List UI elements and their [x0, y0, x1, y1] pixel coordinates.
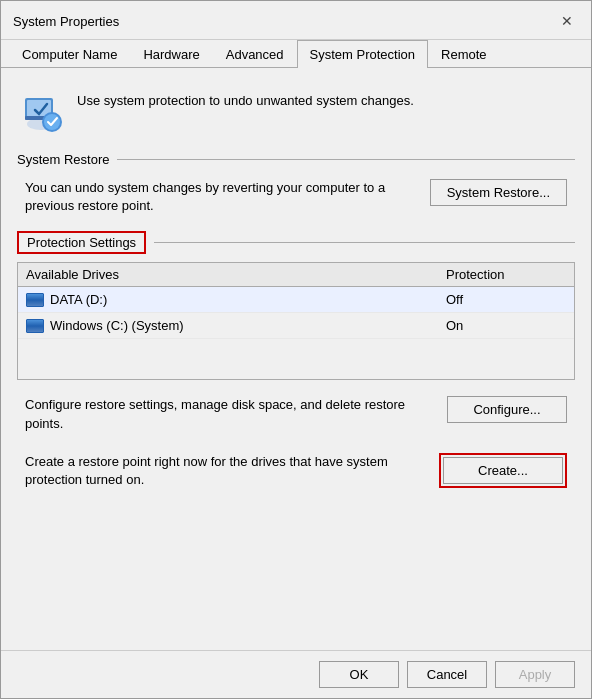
tab-bar: Computer Name Hardware Advanced System P… — [1, 40, 591, 68]
restore-row: You can undo system changes by reverting… — [17, 175, 575, 219]
tab-system-protection[interactable]: System Protection — [297, 40, 429, 68]
system-restore-label-row: System Restore — [17, 152, 575, 167]
ok-button[interactable]: OK — [319, 661, 399, 688]
col-available-drives: Available Drives — [26, 267, 446, 282]
protection-settings-label: Protection Settings — [27, 235, 136, 250]
svg-point-5 — [44, 114, 60, 130]
tab-advanced[interactable]: Advanced — [213, 40, 297, 68]
drives-table: Available Drives Protection DATA (D:) Of… — [17, 262, 575, 380]
title-bar: System Properties ✕ — [1, 1, 591, 40]
system-properties-window: System Properties ✕ Computer Name Hardwa… — [0, 0, 592, 699]
header-section: Use system protection to undo unwanted s… — [17, 84, 575, 140]
main-content: Use system protection to undo unwanted s… — [1, 68, 591, 650]
create-description: Create a restore point right now for the… — [25, 453, 423, 489]
tab-hardware[interactable]: Hardware — [130, 40, 212, 68]
bottom-bar: OK Cancel Apply — [1, 650, 591, 698]
col-protection: Protection — [446, 267, 566, 282]
drives-table-header: Available Drives Protection — [18, 263, 574, 287]
table-row[interactable]: Windows (C:) (System) On — [18, 313, 574, 339]
table-row[interactable]: DATA (D:) Off — [18, 287, 574, 313]
drive-icon-windows — [26, 319, 44, 333]
system-protection-icon — [17, 88, 65, 136]
table-padding — [18, 339, 574, 379]
protection-settings-section: Protection Settings Available Drives Pro… — [17, 231, 575, 380]
configure-description: Configure restore settings, manage disk … — [25, 396, 431, 432]
tab-computer-name[interactable]: Computer Name — [9, 40, 130, 68]
drive-protection-data: Off — [446, 292, 566, 307]
protection-label-row: Protection Settings — [17, 231, 575, 254]
create-row: Create a restore point right now for the… — [17, 449, 575, 493]
close-button[interactable]: ✕ — [555, 9, 579, 33]
window-title: System Properties — [13, 14, 119, 29]
drive-protection-windows: On — [446, 318, 566, 333]
tab-remote[interactable]: Remote — [428, 40, 500, 68]
system-restore-section: System Restore You can undo system chang… — [17, 152, 575, 219]
apply-button[interactable]: Apply — [495, 661, 575, 688]
create-button-highlight: Create... — [439, 453, 567, 488]
system-restore-button[interactable]: System Restore... — [430, 179, 567, 206]
protection-settings-divider — [154, 242, 575, 243]
header-description: Use system protection to undo unwanted s… — [77, 88, 414, 110]
create-button[interactable]: Create... — [443, 457, 563, 484]
configure-button[interactable]: Configure... — [447, 396, 567, 423]
configure-row: Configure restore settings, manage disk … — [17, 392, 575, 436]
restore-description: You can undo system changes by reverting… — [25, 179, 414, 215]
system-restore-label: System Restore — [17, 152, 109, 167]
drive-icon-data — [26, 293, 44, 307]
cancel-button[interactable]: Cancel — [407, 661, 487, 688]
drive-name-data: DATA (D:) — [26, 292, 446, 307]
protection-label-box: Protection Settings — [17, 231, 146, 254]
drive-name-windows: Windows (C:) (System) — [26, 318, 446, 333]
system-restore-divider — [117, 159, 575, 160]
